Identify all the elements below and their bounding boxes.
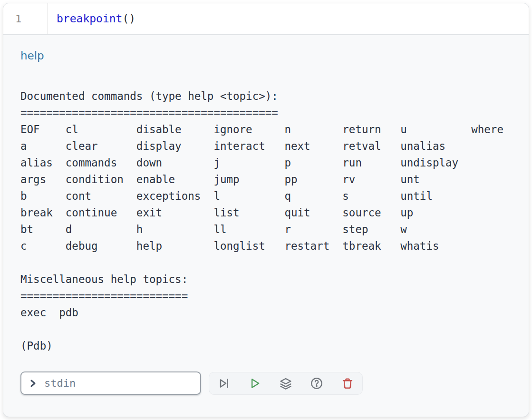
toolbar — [209, 372, 363, 395]
echoed-command: help — [20, 48, 512, 64]
console-controls — [20, 371, 512, 395]
layers-icon — [279, 377, 292, 390]
play-outline-icon — [248, 377, 261, 390]
stdin-input-box[interactable] — [20, 371, 201, 395]
code-token-builtin: breakpoint — [57, 12, 122, 25]
pdb-output: Documented commands (type help <topic>):… — [20, 88, 512, 354]
code-token-punctuation: () — [122, 12, 135, 25]
line-number: 1 — [15, 13, 21, 25]
output-area: help Documented commands (type help <top… — [3, 35, 529, 414]
chevron-right-icon — [28, 379, 38, 388]
python-console-card: 1 breakpoint() help Documented commands … — [3, 3, 529, 417]
stack-button[interactable] — [279, 377, 292, 390]
code-editor[interactable]: 1 breakpoint() — [3, 3, 529, 35]
trash-icon — [341, 377, 354, 390]
editor-gutter: 1 — [3, 3, 48, 34]
code-line: breakpoint() — [48, 12, 135, 25]
run-button[interactable] — [248, 377, 261, 390]
stdin-input[interactable] — [43, 377, 193, 390]
clear-button[interactable] — [341, 377, 354, 390]
skip-next-icon — [217, 377, 231, 390]
help-button[interactable] — [310, 377, 323, 390]
step-over-button[interactable] — [217, 377, 231, 390]
question-circle-icon — [310, 377, 323, 390]
